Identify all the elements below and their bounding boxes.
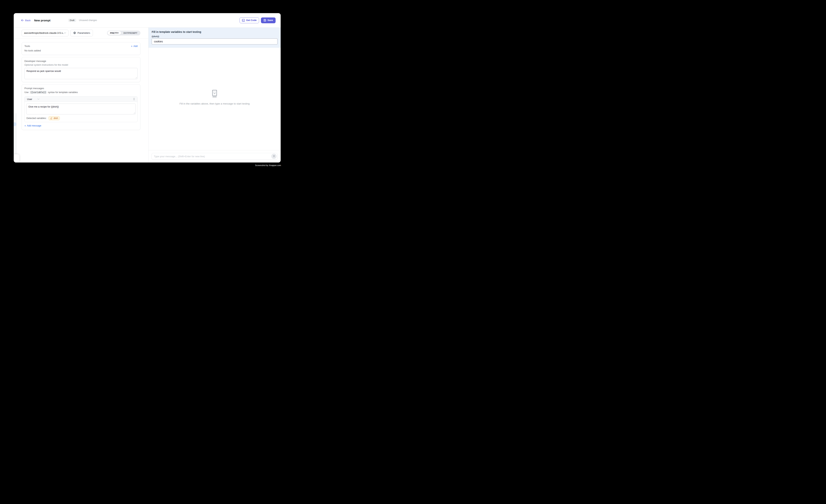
message-header: User bbox=[24, 97, 137, 102]
hint-prefix: Use bbox=[24, 91, 28, 93]
model-select[interactable]: aws/anthropic/bedrock-claude-3-5-s... bbox=[21, 29, 68, 37]
get-code-button[interactable]: Get Code bbox=[240, 17, 259, 23]
add-tool-label: Add bbox=[133, 45, 137, 48]
chat-empty-state: Fill in the variables above, then type a… bbox=[149, 46, 281, 148]
chevron-down-icon bbox=[37, 99, 40, 100]
screenshot-stage: Back New prompt Draft Unsaved changes Ge… bbox=[0, 0, 294, 180]
template-hint: Use {{variable}} syntax for template var… bbox=[24, 91, 137, 94]
plus-icon: + bbox=[131, 45, 132, 48]
chevron-down-icon bbox=[64, 32, 66, 34]
chat-input-container bbox=[152, 153, 278, 160]
editor-cards: Tools + Add No tools added Developer mes… bbox=[14, 39, 148, 130]
empty-state-text: Fill in the variables above, then type a… bbox=[179, 102, 250, 105]
developer-message-subtitle: Optional system instructions for the mod… bbox=[24, 64, 137, 66]
developer-message-title: Developer message bbox=[24, 60, 137, 62]
detected-variables-label: Detected variables: bbox=[26, 117, 47, 120]
send-button[interactable] bbox=[271, 154, 277, 159]
toggle-pretty[interactable]: PRETTY bbox=[108, 31, 121, 35]
add-tool-button[interactable]: + Add bbox=[131, 45, 137, 48]
robot-face-icon bbox=[211, 90, 218, 98]
save-label: Save bbox=[268, 19, 273, 21]
drag-handle-icon[interactable] bbox=[133, 98, 135, 101]
message-textarea[interactable] bbox=[26, 104, 136, 115]
side-drawer-card[interactable] bbox=[14, 154, 19, 163]
developer-message-card: Developer message Optional system instru… bbox=[21, 57, 140, 82]
variable-badge-dish[interactable]: dish bbox=[48, 116, 60, 120]
gear-icon bbox=[73, 32, 76, 34]
plus-icon: + bbox=[24, 124, 26, 127]
add-message-label: Add message bbox=[27, 124, 41, 127]
test-panel: Fill in template variables to start test… bbox=[149, 27, 281, 162]
variable-key-label: {{dish}} bbox=[152, 35, 278, 38]
developer-message-textarea[interactable] bbox=[24, 68, 137, 79]
tools-empty-text: No tools added bbox=[24, 49, 137, 52]
variable-syntax-chip: {{variable}} bbox=[30, 91, 47, 94]
model-toolbar: aws/anthropic/bedrock-claude-3-5-s... bbox=[14, 27, 148, 39]
page-title: New prompt bbox=[34, 19, 51, 22]
role-value: User bbox=[27, 98, 32, 101]
variable-value-input[interactable] bbox=[152, 39, 278, 45]
tools-title: Tools bbox=[24, 45, 30, 48]
watermark-text: Screenshot by Xnapper.com bbox=[255, 164, 281, 167]
prompt-messages-title: Prompt messages bbox=[24, 87, 137, 90]
get-code-label: Get Code bbox=[246, 19, 257, 21]
chat-message-input[interactable] bbox=[154, 155, 271, 158]
edit-pen-icon bbox=[50, 117, 53, 119]
window-body: aws/anthropic/bedrock-claude-3-5-s... bbox=[14, 27, 281, 162]
variable-badge-label: dish bbox=[54, 117, 58, 120]
variables-heading: Fill in template variables to start test… bbox=[152, 30, 278, 34]
save-icon bbox=[263, 19, 266, 21]
parameters-button[interactable]: Parameters bbox=[70, 29, 93, 37]
message-body: Detected variables: dis bbox=[24, 102, 137, 122]
chat-input-bar bbox=[149, 150, 281, 162]
toggle-dotprompt[interactable]: DOTPROMPT bbox=[121, 31, 140, 35]
unsaved-changes-text: Unsaved changes bbox=[79, 19, 97, 21]
hint-suffix: syntax for template variables bbox=[48, 91, 78, 93]
back-button[interactable]: Back bbox=[21, 19, 31, 22]
template-variables-section: Fill in template variables to start test… bbox=[149, 27, 281, 48]
page-header: Back New prompt Draft Unsaved changes Ge… bbox=[14, 13, 281, 27]
side-drawer-active-item[interactable] bbox=[14, 122, 16, 126]
message-block: User bbox=[24, 96, 137, 122]
detected-variables-row: Detected variables: dis bbox=[26, 116, 136, 120]
save-button[interactable]: Save bbox=[261, 17, 276, 23]
arrow-up-icon bbox=[273, 155, 275, 158]
back-label: Back bbox=[25, 19, 31, 22]
terminal-icon bbox=[242, 19, 245, 22]
app-window: Back New prompt Draft Unsaved changes Ge… bbox=[14, 13, 281, 163]
prompt-messages-card: Prompt messages Use {{variable}} syntax … bbox=[21, 84, 140, 130]
side-drawer-strip bbox=[14, 113, 17, 154]
add-message-button[interactable]: + Add message bbox=[24, 124, 41, 127]
status-badge: Draft bbox=[68, 18, 76, 22]
role-select[interactable]: User bbox=[27, 98, 40, 101]
model-select-value: aws/anthropic/bedrock-claude-3-5-s... bbox=[24, 32, 64, 34]
parameters-label: Parameters bbox=[77, 32, 90, 34]
back-arrow-icon bbox=[21, 19, 24, 21]
editor-panel: aws/anthropic/bedrock-claude-3-5-s... bbox=[14, 27, 149, 162]
view-mode-toggle: PRETTY DOTPROMPT bbox=[107, 30, 140, 36]
tools-card: Tools + Add No tools added bbox=[21, 42, 140, 55]
